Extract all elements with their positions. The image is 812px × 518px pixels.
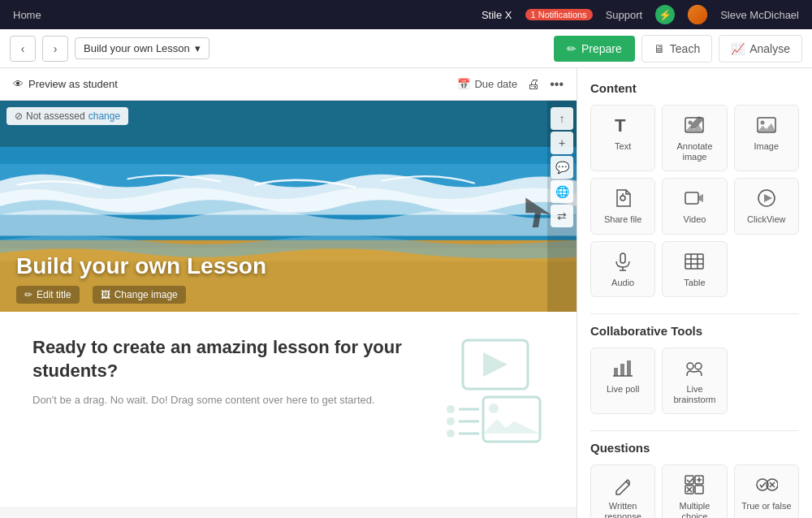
svg-point-14 xyxy=(447,430,455,438)
prepare-button[interactable]: ✏ Prepare xyxy=(554,36,635,62)
svg-point-38 xyxy=(687,363,693,369)
content-item-text[interactable]: T Text xyxy=(590,105,655,171)
analyse-button[interactable]: 📈 Analyse xyxy=(719,35,802,63)
content-item-video[interactable]: Video xyxy=(662,178,727,234)
live-poll-label: Live poll xyxy=(607,384,639,395)
content-item-written-response[interactable]: Written response xyxy=(590,464,655,518)
change-assessment-link[interactable]: change xyxy=(89,110,120,122)
annotate-image-label: Annotate image xyxy=(667,141,721,162)
svg-rect-8 xyxy=(483,397,540,442)
svg-rect-34 xyxy=(614,368,618,376)
svg-rect-35 xyxy=(620,364,624,376)
content-area: 👁 Preview as student 📅 Due date 🖨 ••• xyxy=(0,68,577,518)
preview-student-button[interactable]: 👁 Preview as student xyxy=(13,78,118,90)
content-item-live-poll[interactable]: Live poll xyxy=(590,347,655,414)
audio-label: Audio xyxy=(611,278,634,288)
image-icon: 🖼 xyxy=(101,289,110,300)
content-items-grid: T Text Annotate image xyxy=(590,105,799,297)
svg-rect-26 xyxy=(620,253,625,263)
dropdown-arrow-icon: ▾ xyxy=(195,42,201,54)
pencil-icon: ✏ xyxy=(24,289,32,300)
share-file-label: Share file xyxy=(604,214,641,225)
live-brainstorm-icon xyxy=(683,356,706,379)
collab-items-grid: Live poll Live brainstorm xyxy=(590,347,799,414)
lesson-selector[interactable]: Build your own Lesson ▾ xyxy=(75,37,209,59)
content-item-share-file[interactable]: Share file xyxy=(590,178,655,234)
svg-point-39 xyxy=(695,363,702,369)
svg-point-9 xyxy=(489,404,499,413)
share-file-icon xyxy=(611,187,634,209)
print-button[interactable]: 🖨 xyxy=(527,77,540,92)
video-label: Video xyxy=(684,214,706,225)
clickview-icon xyxy=(755,187,778,209)
no-assess-icon: ⊘ xyxy=(15,110,23,122)
content-item-true-or-false[interactable]: True or false xyxy=(734,464,799,518)
svg-point-10 xyxy=(447,405,455,413)
placeholder-title: Ready to create an amazing lesson for yo… xyxy=(32,336,414,382)
table-label: Table xyxy=(684,278,705,288)
comment-tool[interactable]: 💬 xyxy=(551,156,573,179)
image-label: Image xyxy=(754,141,780,152)
svg-rect-29 xyxy=(685,254,703,269)
avatar[interactable] xyxy=(688,5,707,24)
annotate-image-icon xyxy=(683,114,706,136)
content-item-multiple-choice[interactable]: Multiple choice xyxy=(662,464,727,518)
due-date-button[interactable]: 📅 Due date xyxy=(457,78,517,90)
globe-tool[interactable]: 🌐 xyxy=(551,180,573,203)
lesson-hero-image xyxy=(0,101,577,312)
content-item-annotate-image[interactable]: Annotate image xyxy=(662,105,727,171)
svg-point-12 xyxy=(447,417,455,425)
svg-marker-25 xyxy=(764,194,772,202)
text-content-label: Text xyxy=(615,141,631,152)
multiple-choice-icon xyxy=(683,473,706,496)
lesson-title: Build your own Lesson xyxy=(16,253,266,279)
content-item-image[interactable]: Image xyxy=(734,105,799,171)
change-image-button[interactable]: 🖼 Change image xyxy=(93,286,186,304)
forward-button[interactable]: › xyxy=(42,36,68,62)
teach-button[interactable]: 🖥 Teach xyxy=(641,35,712,63)
svg-point-20 xyxy=(760,121,764,125)
more-options-button[interactable]: ••• xyxy=(550,77,564,92)
lesson-header-actions: ✏ Edit title 🖼 Change image xyxy=(16,286,186,304)
live-poll-icon xyxy=(611,356,634,379)
questions-section-title: Questions xyxy=(590,441,799,455)
notifications-badge[interactable]: 1 Notifications xyxy=(525,9,593,20)
user-name: Sleve McDichael xyxy=(720,9,799,21)
content-item-table[interactable]: Table xyxy=(662,241,727,297)
written-response-icon xyxy=(611,473,634,496)
back-button[interactable]: ‹ xyxy=(10,36,36,62)
content-section-title: Content xyxy=(590,81,799,95)
table-icon xyxy=(683,250,706,273)
sub-toolbar: 👁 Preview as student 📅 Due date 🖨 ••• xyxy=(0,68,577,101)
lightning-button[interactable]: ⚡ xyxy=(655,5,675,24)
audio-icon xyxy=(611,250,634,273)
monitor-icon: 🖥 xyxy=(654,42,665,55)
content-item-live-brainstorm[interactable]: Live brainstorm xyxy=(662,347,727,414)
edit-title-button[interactable]: ✏ Edit title xyxy=(16,286,80,304)
support-link[interactable]: Support xyxy=(606,9,643,21)
lesson-header-background: ⊘ Not assessed change ↑ + 💬 🌐 ⇄ Build yo… xyxy=(0,101,577,312)
content-item-audio[interactable]: Audio xyxy=(590,241,655,297)
svg-rect-47 xyxy=(695,486,703,494)
divider-questions xyxy=(590,430,799,431)
calendar-icon: 📅 xyxy=(457,78,470,90)
pencil-icon: ✏ xyxy=(567,42,577,55)
clickview-label: ClickView xyxy=(747,214,785,225)
content-item-clickview[interactable]: ClickView xyxy=(734,178,799,234)
arrows-tool[interactable]: ⇄ xyxy=(551,205,573,227)
svg-point-21 xyxy=(620,196,625,201)
right-panel: Content T Text xyxy=(577,68,812,518)
lesson-selector-label: Build your own Lesson xyxy=(84,42,190,54)
multiple-choice-label: Multiple choice xyxy=(667,501,721,518)
collab-section-title: Collaborative Tools xyxy=(590,324,799,338)
divider-collab xyxy=(590,313,799,314)
move-up-tool[interactable]: ↑ xyxy=(551,107,573,130)
home-link[interactable]: Home xyxy=(13,9,41,21)
svg-text:T: T xyxy=(615,115,626,136)
image-icon xyxy=(755,114,778,136)
add-tool[interactable]: + xyxy=(551,132,573,154)
not-assessed-bar: ⊘ Not assessed change xyxy=(6,107,128,125)
questions-items-grid: Written response xyxy=(590,464,799,518)
top-nav: Home Stile X 1 Notifications Support ⚡ S… xyxy=(0,0,812,29)
text-content-icon: T xyxy=(611,114,634,136)
